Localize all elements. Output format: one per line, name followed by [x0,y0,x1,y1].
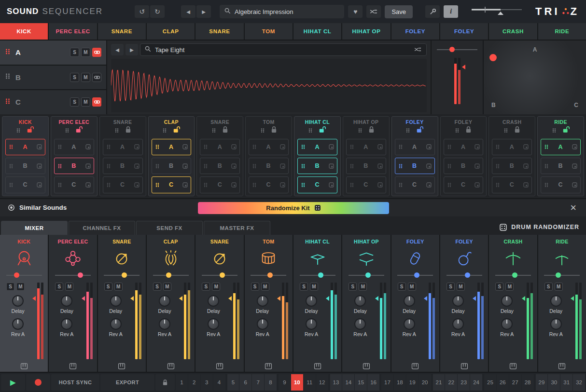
step-6[interactable]: 6 [239,374,251,391]
step-24[interactable]: 24 [470,374,482,391]
solo-button[interactable]: S [544,283,553,291]
solo-button[interactable]: S [55,283,63,291]
delay-send-knob[interactable] [257,295,268,307]
kit-layer-c[interactable]: C [103,176,143,193]
channel-volume-slider[interactable] [397,272,433,279]
random-sample-icon[interactable] [414,46,422,54]
kit-layer-b[interactable]: B [297,158,337,174]
solo-button[interactable]: S [6,283,14,291]
kit-layer-a[interactable]: A [249,139,289,155]
mute-button[interactable]: M [114,283,123,291]
sample-layer-a[interactable]: ASM [0,41,106,65]
kit-layer-b[interactable]: B [5,158,45,174]
info-icon[interactable]: i [444,5,458,18]
previous-preset-button[interactable]: ◀ [181,5,195,18]
reverb-send-knob[interactable] [110,318,122,330]
kit-layer-c[interactable]: C [541,176,581,193]
kit-layer-c[interactable]: C [395,176,435,193]
mute-button[interactable]: M [555,283,563,291]
settings-wrench-icon[interactable] [425,5,440,18]
track-tab-snare[interactable]: SNARE [195,23,243,40]
step-12[interactable]: 12 [316,374,328,391]
lock-open-icon[interactable] [27,126,34,135]
step-23[interactable]: 23 [458,374,470,391]
preset-search-input[interactable]: Algebraic Impression [220,5,344,18]
solo-button[interactable]: S [300,283,308,291]
waveform-display[interactable] [111,59,427,112]
output-routing-icon[interactable] [412,363,419,369]
track-tab-crash[interactable]: CRASH [489,23,537,40]
kit-layer-b[interactable]: B [103,158,143,174]
solo-button[interactable]: S [70,73,79,82]
kit-layer-a[interactable]: A [5,139,45,155]
kit-column-kick[interactable]: KICKABC [2,116,49,196]
kit-column-crash[interactable]: CRASHABC [488,116,535,196]
reverb-send-knob[interactable] [452,318,464,330]
sample-layer-b[interactable]: BSM [0,66,106,90]
mute-button[interactable]: M [408,283,416,291]
delay-send-knob[interactable] [159,295,170,307]
kit-layer-c[interactable]: C [444,176,484,193]
output-routing-icon[interactable] [118,363,126,369]
step-29[interactable]: 29 [536,374,548,391]
shuffle-preset-icon[interactable] [366,5,381,18]
step-18[interactable]: 18 [394,374,406,391]
next-sample-button[interactable]: ▶ [126,44,138,55]
step-16[interactable]: 16 [367,374,379,391]
step-26[interactable]: 26 [497,374,509,391]
step-14[interactable]: 14 [342,374,354,391]
step-10[interactable]: 10 [291,374,303,391]
export-button[interactable]: EXPORT [100,374,154,391]
channel-volume-slider[interactable] [153,272,189,279]
close-icon[interactable]: × [570,203,576,213]
kit-layer-c[interactable]: C [54,176,94,193]
channel-volume-slider[interactable] [495,272,531,279]
kit-column-foley[interactable]: FOLEYABC [391,116,438,196]
pattern-lock-icon[interactable] [155,374,175,391]
sample-search-input[interactable]: Tape Eight [140,43,427,56]
tab-channel-fx[interactable]: CHANNEL FX [69,221,135,235]
lock-closed-icon[interactable] [125,126,131,135]
kit-layer-c[interactable]: C [152,176,192,193]
output-routing-icon[interactable] [20,363,28,369]
delay-send-knob[interactable] [404,295,415,307]
step-27[interactable]: 27 [509,374,521,391]
kit-layer-c[interactable]: C [297,176,337,193]
tab-master-fx[interactable]: MASTER FX [204,221,270,235]
similar-sounds-radio-icon[interactable] [8,204,15,211]
next-preset-button[interactable]: ▶ [196,5,211,18]
delay-send-knob[interactable] [12,295,24,307]
link-icon[interactable] [92,73,101,82]
mute-button[interactable]: M [457,283,465,291]
channel-volume-slider[interactable] [6,272,42,279]
mute-button[interactable]: M [16,283,25,291]
kit-layer-c[interactable]: C [492,176,532,193]
kit-layer-a[interactable]: A [492,139,532,155]
kit-layer-c[interactable]: C [346,176,386,193]
kit-layer-b[interactable]: B [395,158,435,174]
channel-volume-slider[interactable] [251,272,286,279]
reverb-send-knob[interactable] [159,318,170,330]
reverb-send-knob[interactable] [12,318,24,330]
step-13[interactable]: 13 [330,374,342,391]
step-17[interactable]: 17 [381,374,393,391]
sample-layer-c[interactable]: CSM [0,90,106,114]
kit-layer-b[interactable]: B [541,158,581,174]
track-tab-foley[interactable]: FOLEY [391,23,439,40]
channel-volume-slider[interactable] [202,272,237,279]
track-tab-clap[interactable]: CLAP [147,23,195,40]
step-1[interactable]: 1 [176,374,188,391]
host-sync-button[interactable]: HOST SYNC [51,374,99,391]
mute-button[interactable]: M [81,48,90,57]
step-28[interactable]: 28 [522,374,534,391]
channel-volume-slider[interactable] [300,272,335,279]
kit-layer-a[interactable]: A [152,139,192,155]
step-5[interactable]: 5 [227,374,239,391]
kit-layer-b[interactable]: B [249,158,289,174]
mute-button[interactable]: M [81,97,90,107]
channel-volume-slider[interactable] [544,272,580,279]
step-20[interactable]: 20 [419,374,431,391]
solo-button[interactable]: S [70,48,79,57]
solo-button[interactable]: S [104,283,112,291]
track-tab-foley[interactable]: FOLEY [440,23,488,40]
